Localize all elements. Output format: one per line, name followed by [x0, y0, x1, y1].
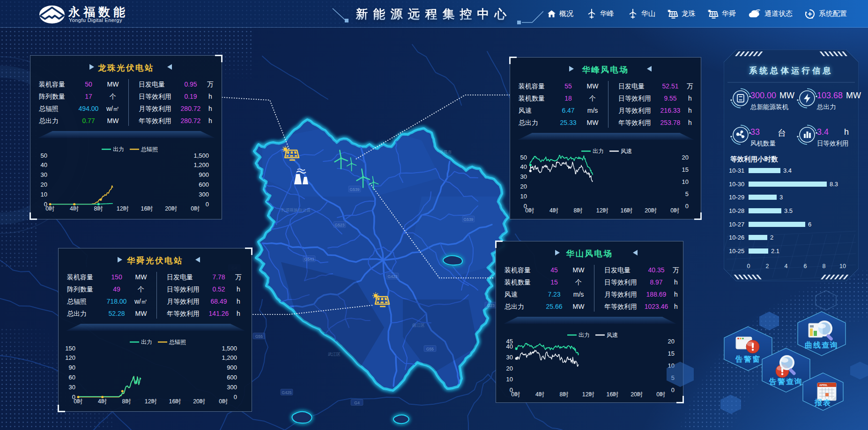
svg-text:90: 90 — [69, 364, 75, 371]
svg-text:G55: G55 — [426, 347, 434, 351]
svg-text:60: 60 — [69, 374, 75, 381]
svg-text:15: 15 — [668, 350, 675, 357]
svg-text:8时: 8时 — [122, 398, 131, 405]
svg-text:0时: 0时 — [74, 398, 82, 405]
svg-text:1,500: 1,500 — [222, 345, 237, 352]
svg-text:10: 10 — [520, 193, 527, 200]
svg-text:0: 0 — [206, 201, 209, 208]
svg-text:0时: 0时 — [191, 205, 200, 212]
svg-text:0时: 0时 — [670, 207, 679, 214]
svg-text:风速: 风速 — [621, 148, 632, 154]
svg-text:总辐照: 总辐照 — [169, 339, 186, 345]
svg-text:900: 900 — [227, 364, 237, 371]
svg-text:40: 40 — [520, 163, 527, 170]
svg-text:30: 30 — [520, 173, 527, 180]
svg-text:12时: 12时 — [582, 391, 594, 398]
svg-text:0时: 0时 — [511, 391, 520, 398]
svg-text:G55: G55 — [255, 334, 263, 339]
svg-text:1,200: 1,200 — [193, 161, 209, 168]
svg-text:告警窗: 告警窗 — [735, 355, 761, 363]
svg-text:8时: 8时 — [560, 391, 569, 398]
svg-text:12时: 12时 — [145, 398, 157, 405]
svg-text:G23: G23 — [487, 303, 495, 308]
svg-text:G425: G425 — [282, 390, 292, 395]
svg-text:出力: 出力 — [113, 146, 124, 153]
svg-text:0: 0 — [671, 386, 675, 394]
svg-text:8时: 8时 — [574, 207, 583, 214]
svg-text:20: 20 — [520, 183, 527, 190]
svg-text:0: 0 — [234, 394, 237, 401]
svg-text:10: 10 — [682, 178, 689, 185]
svg-text:告警查询: 告警查询 — [769, 377, 803, 386]
svg-text:风速: 风速 — [607, 332, 618, 338]
svg-text:4时: 4时 — [98, 398, 107, 405]
svg-text:0时: 0时 — [45, 205, 54, 212]
svg-text:30: 30 — [41, 171, 47, 178]
svg-text:30: 30 — [506, 354, 513, 361]
svg-text:900: 900 — [199, 171, 209, 178]
svg-text:10: 10 — [41, 191, 47, 198]
svg-text:20: 20 — [41, 181, 47, 188]
svg-text:乳源瑶族自治县: 乳源瑶族自治县 — [281, 208, 311, 212]
svg-text:20: 20 — [506, 365, 513, 372]
svg-text:0: 0 — [685, 203, 689, 210]
svg-text:乐昌市: 乐昌市 — [439, 150, 452, 154]
svg-text:G523: G523 — [335, 223, 345, 227]
svg-text:300: 300 — [227, 384, 237, 391]
svg-text:8时: 8时 — [94, 205, 103, 212]
svg-text:120: 120 — [65, 354, 75, 361]
svg-text:30: 30 — [69, 384, 75, 391]
svg-text:40: 40 — [506, 343, 513, 350]
svg-text:10: 10 — [506, 376, 513, 383]
svg-text:武江区: 武江区 — [328, 352, 341, 357]
svg-text:出力: 出力 — [579, 332, 590, 338]
svg-text:总辐照: 总辐照 — [141, 146, 158, 153]
svg-text:0时: 0时 — [656, 391, 665, 398]
svg-text:G4: G4 — [354, 401, 360, 405]
svg-text:12时: 12时 — [117, 205, 129, 212]
svg-text:G539: G539 — [464, 217, 474, 222]
svg-text:50: 50 — [520, 154, 527, 161]
svg-text:APRIL: APRIL — [819, 384, 828, 386]
svg-text:16时: 16时 — [620, 207, 632, 214]
svg-text:4时: 4时 — [70, 205, 79, 212]
svg-text:600: 600 — [227, 374, 237, 381]
svg-text:15: 15 — [682, 166, 689, 173]
svg-text:1,200: 1,200 — [222, 354, 237, 361]
svg-text:4时: 4时 — [535, 391, 544, 398]
svg-text:曲江区: 曲江区 — [412, 323, 425, 328]
svg-text:报表: 报表 — [814, 399, 831, 407]
svg-text:20: 20 — [668, 338, 675, 345]
svg-text:出力: 出力 — [593, 148, 604, 154]
svg-text:G423: G423 — [388, 274, 398, 279]
svg-text:出力: 出力 — [141, 339, 152, 345]
svg-text:0时: 0时 — [525, 207, 534, 214]
svg-text:16时: 16时 — [606, 391, 618, 398]
svg-text:4时: 4时 — [549, 207, 558, 214]
svg-text:16时: 16时 — [169, 398, 181, 405]
svg-text:16时: 16时 — [141, 205, 153, 212]
svg-text:20时: 20时 — [165, 205, 177, 212]
svg-text:20时: 20时 — [193, 398, 205, 405]
svg-text:300: 300 — [199, 191, 209, 198]
svg-text:40: 40 — [41, 161, 47, 168]
svg-text:G543: G543 — [304, 257, 314, 262]
svg-text:20时: 20时 — [631, 391, 643, 398]
svg-text:150: 150 — [65, 345, 75, 352]
svg-text:12时: 12时 — [596, 207, 608, 214]
svg-text:G539: G539 — [350, 187, 360, 192]
svg-text:50: 50 — [41, 152, 47, 159]
svg-text:600: 600 — [199, 181, 209, 188]
svg-text:20时: 20时 — [645, 207, 657, 214]
svg-text:5: 5 — [685, 190, 689, 197]
svg-text:0时: 0时 — [219, 398, 228, 405]
svg-text:20: 20 — [682, 154, 689, 161]
svg-text:1,500: 1,500 — [193, 152, 209, 159]
